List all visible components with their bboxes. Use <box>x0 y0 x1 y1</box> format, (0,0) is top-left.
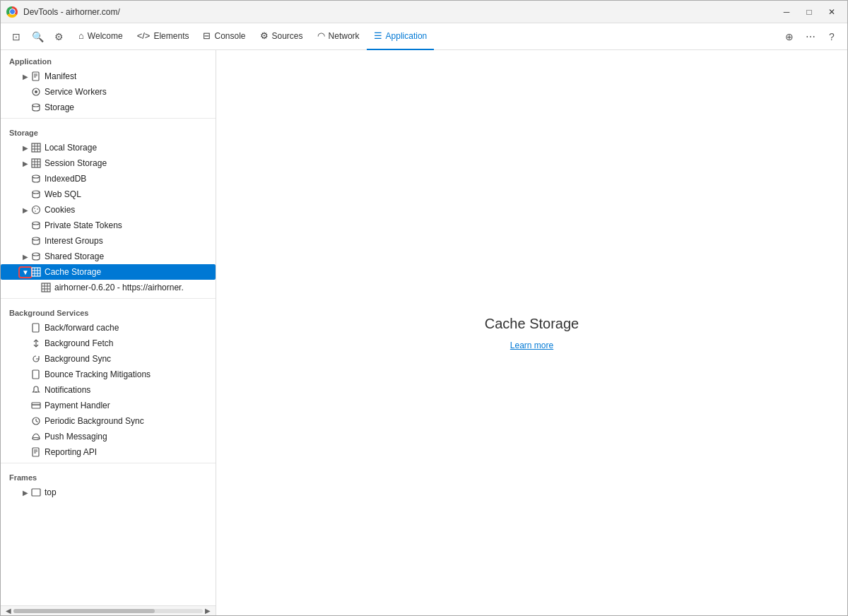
sidebar-item-periodic-background-sync[interactable]: Periodic Background Sync <box>1 413 216 429</box>
main-layout: Application ▶ Manifest Service Workers <box>1 50 847 615</box>
sidebar-item-cache-entry[interactable]: airhorner-0.6.20 - https://airhorner. <box>1 280 216 295</box>
divider-3 <box>1 463 216 463</box>
svg-point-45 <box>33 438 40 440</box>
customize-button[interactable]: ⋯ <box>801 27 820 47</box>
svg-point-22 <box>35 211 36 212</box>
section-header-storage: Storage <box>1 122 216 140</box>
cache-storage-label: Cache Storage <box>45 267 101 277</box>
manifest-icon <box>30 71 42 82</box>
learn-more-link[interactable]: Learn more <box>510 340 553 350</box>
svg-rect-38 <box>33 370 39 379</box>
sidebar-item-session-storage[interactable]: ▶ Session Storage <box>1 155 216 171</box>
svg-point-23 <box>33 222 40 225</box>
sidebar-item-notifications[interactable]: Notifications <box>1 382 216 398</box>
tab-welcome[interactable]: ⌂ Welcome <box>71 23 130 50</box>
console-icon: ⊟ <box>203 30 211 41</box>
sidebar-content: Application ▶ Manifest Service Workers <box>1 50 216 605</box>
sidebar-item-background-sync[interactable]: Background Sync <box>1 351 216 367</box>
cache-storage-icon <box>30 266 42 278</box>
sidebar-item-web-sql[interactable]: Web SQL <box>1 186 216 202</box>
svg-rect-26 <box>32 268 40 276</box>
sidebar-item-shared-storage[interactable]: ▶ Shared Storage <box>1 249 216 264</box>
periodic-background-sync-label: Periodic Background Sync <box>45 416 144 426</box>
sidebar-item-push-messaging[interactable]: Push Messaging <box>1 429 216 444</box>
storage-app-icon <box>30 102 42 113</box>
tab-sources[interactable]: ⚙ Sources <box>253 23 310 50</box>
minimize-button[interactable]: ─ <box>777 2 796 22</box>
device-toolbar-button[interactable]: ⊡ <box>6 27 26 47</box>
web-sql-icon <box>30 189 42 200</box>
section-header-frames: Frames <box>1 466 216 485</box>
sidebar-item-bounce-tracking[interactable]: Bounce Tracking Mitigations <box>1 367 216 382</box>
scroll-right-arrow[interactable]: ▶ <box>203 606 213 616</box>
svg-rect-0 <box>33 72 39 81</box>
sidebar-item-back-forward-cache[interactable]: Back/forward cache <box>1 320 216 336</box>
cookies-icon <box>30 204 42 215</box>
private-state-tokens-label: Private State Tokens <box>45 220 122 230</box>
close-button[interactable]: ✕ <box>822 2 842 22</box>
sidebar-item-frames-top[interactable]: ▶ top <box>1 485 216 500</box>
sidebar-item-manifest[interactable]: ▶ Manifest <box>1 69 216 84</box>
back-forward-cache-icon <box>30 322 42 333</box>
toolbar-right: ⊕ ⋯ ? <box>777 27 844 47</box>
settings-button[interactable]: ⚙ <box>49 27 69 47</box>
content-panel: Cache Storage Learn more <box>216 50 847 615</box>
maximize-button[interactable]: □ <box>799 2 819 22</box>
sidebar-item-storage-app[interactable]: Storage <box>1 100 216 115</box>
interest-groups-label: Interest Groups <box>45 236 103 246</box>
periodic-background-sync-icon <box>30 415 42 427</box>
more-tabs-button[interactable]: ⊕ <box>779 27 799 47</box>
session-storage-label: Session Storage <box>45 158 107 168</box>
elements-icon: </> <box>137 30 151 41</box>
sidebar-item-reporting-api[interactable]: Reporting API <box>1 444 216 460</box>
indexeddb-icon <box>30 173 42 184</box>
welcome-icon: ⌂ <box>78 30 84 41</box>
storage-app-label: Storage <box>45 102 74 112</box>
section-header-application: Application <box>1 50 216 69</box>
sources-icon: ⚙ <box>260 30 269 41</box>
push-messaging-label: Push Messaging <box>45 432 107 442</box>
sidebar-item-background-fetch[interactable]: Background Fetch <box>1 336 216 351</box>
scrollbar-track[interactable] <box>13 609 203 613</box>
expand-arrow-local-storage: ▶ <box>20 144 30 152</box>
frames-top-icon <box>30 487 42 498</box>
session-storage-icon <box>30 158 42 169</box>
reporting-api-label: Reporting API <box>45 447 97 457</box>
local-storage-icon <box>30 142 42 153</box>
expand-arrow-cache-storage: ▼ <box>20 268 30 276</box>
sidebar-item-cookies[interactable]: ▶ Cookies <box>1 202 216 218</box>
service-workers-icon <box>30 86 42 97</box>
indexeddb-label: IndexedDB <box>45 174 86 184</box>
push-messaging-icon <box>30 431 42 442</box>
local-storage-label: Local Storage <box>45 143 97 153</box>
manifest-label: Manifest <box>45 71 76 81</box>
title-bar: DevTools - airhorner.com/ ─ □ ✕ <box>1 1 847 23</box>
sidebar-item-service-workers[interactable]: Service Workers <box>1 84 216 100</box>
help-button[interactable]: ? <box>822 27 842 47</box>
sidebar-horizontal-scrollbar[interactable]: ◀ ▶ <box>1 605 216 615</box>
tab-elements[interactable]: </> Elements <box>130 23 196 50</box>
frames-top-label: top <box>45 487 57 497</box>
tab-application[interactable]: ☰ Application <box>367 23 435 50</box>
sidebar-item-local-storage[interactable]: ▶ Local Storage <box>1 140 216 155</box>
application-icon: ☰ <box>374 30 382 41</box>
shared-storage-icon <box>30 251 42 262</box>
expand-arrow-shared-storage: ▶ <box>20 253 30 261</box>
expand-arrow-frames-top: ▶ <box>20 489 30 497</box>
search-button[interactable]: 🔍 <box>28 27 47 47</box>
sidebar-item-interest-groups[interactable]: Interest Groups <box>1 233 216 249</box>
sidebar-item-payment-handler[interactable]: Payment Handler <box>1 398 216 413</box>
content-title: Cache Storage <box>485 316 579 332</box>
sidebar-item-cache-storage[interactable]: ▼ Cache Storage <box>1 264 216 280</box>
scrollbar-thumb[interactable] <box>13 609 155 613</box>
svg-rect-12 <box>32 159 40 167</box>
background-fetch-label: Background Fetch <box>45 338 113 348</box>
tab-bar: ⊡ 🔍 ⚙ ⌂ Welcome </> Elements ⊟ Console ⚙… <box>1 23 847 50</box>
bounce-tracking-label: Bounce Tracking Mitigations <box>45 369 151 379</box>
tab-network[interactable]: ◠ Network <box>310 23 367 50</box>
svg-point-19 <box>33 206 40 214</box>
sidebar-item-indexeddb[interactable]: IndexedDB <box>1 171 216 186</box>
sidebar-item-private-state-tokens[interactable]: Private State Tokens <box>1 218 216 233</box>
tab-console[interactable]: ⊟ Console <box>196 23 252 50</box>
scroll-left-arrow[interactable]: ◀ <box>4 606 13 616</box>
